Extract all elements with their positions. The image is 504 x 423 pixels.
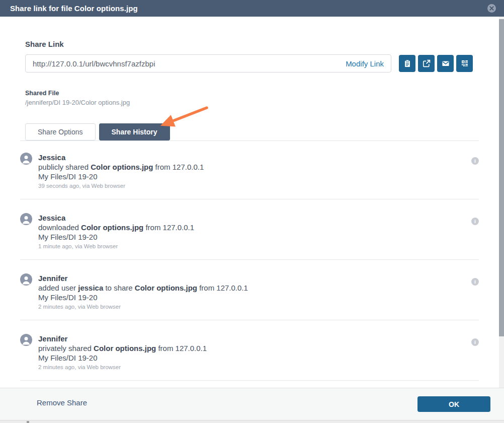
tab-bar: Share Options Share History: [25, 123, 170, 140]
open-link-button[interactable]: [418, 55, 435, 72]
share-link-row: Modify Link: [25, 54, 473, 73]
share-location: My Files/DI 19-20: [38, 293, 471, 302]
email-link-button[interactable]: [437, 55, 454, 72]
link-action-buttons: [399, 55, 473, 72]
tab-share-history[interactable]: Share History: [99, 123, 170, 140]
user-avatar-icon: [20, 213, 32, 225]
user-name: Jessica: [38, 153, 471, 162]
shared-file-label: Shared File: [25, 90, 59, 97]
action-text: privately shared Color options.jpg from …: [38, 343, 471, 353]
user-avatar-icon: [20, 334, 32, 346]
shared-file-path: /jenniferp/DI 19-20/Color options.jpg: [25, 99, 130, 106]
info-icon[interactable]: [471, 218, 479, 225]
user-name: Jennifer: [38, 334, 471, 343]
share-history-list: Jessica publicly shared Color options.jp…: [20, 153, 479, 394]
share-link-field-wrap: Modify Link: [25, 54, 391, 73]
scrollbar-thumb[interactable]: [499, 19, 504, 336]
tab-divider: [20, 140, 479, 141]
share-link-input[interactable]: [33, 59, 340, 68]
action-text: publicly shared Color options.jpg from 1…: [38, 162, 471, 172]
action-text: added user jessica to share Color option…: [38, 283, 471, 293]
dialog-footer: Remove Share OK: [0, 388, 504, 420]
external-link-icon: [423, 59, 431, 67]
history-item: Jessica downloaded Color options.jpg fro…: [20, 213, 479, 260]
share-location: My Files/DI 19-20: [38, 172, 471, 181]
history-item: Jessica publicly shared Color options.jp…: [20, 153, 479, 199]
tab-share-options[interactable]: Share Options: [25, 123, 96, 140]
action-text: downloaded Color options.jpg from 127.0.…: [38, 223, 471, 232]
qr-code-button[interactable]: [456, 55, 473, 72]
share-location: My Files/DI 19-20: [38, 232, 471, 242]
history-item-text: Jessica downloaded Color options.jpg fro…: [38, 213, 471, 250]
user-avatar-icon: [20, 153, 32, 165]
remove-share-button[interactable]: Remove Share: [37, 398, 87, 407]
modify-link-button[interactable]: Modify Link: [340, 59, 384, 68]
horizontal-scroll-notch: [27, 421, 29, 423]
envelope-icon: [442, 59, 450, 67]
history-item-text: Jennifer privately shared Color options.…: [38, 334, 471, 371]
user-avatar-icon: [20, 273, 32, 286]
history-item: Jennifer privately shared Color options.…: [20, 334, 479, 381]
copy-link-button[interactable]: [399, 55, 415, 72]
history-item-text: Jennifer added user jessica to share Col…: [38, 273, 471, 311]
share-meta: 2 minutes ago, via Web browser: [38, 364, 471, 371]
page-bottom-edge: [0, 420, 504, 423]
user-name: Jennifer: [38, 273, 471, 283]
history-item-text: Jessica publicly shared Color options.jp…: [38, 153, 471, 190]
qr-code-icon: [461, 59, 469, 67]
share-link-label: Share Link: [25, 40, 64, 48]
share-meta: 1 minute ago, via Web browser: [38, 243, 471, 250]
info-icon[interactable]: [471, 338, 479, 346]
close-icon[interactable]: [487, 4, 496, 13]
info-icon[interactable]: [471, 157, 479, 165]
ok-button[interactable]: OK: [417, 396, 490, 412]
history-item: Jennifer added user jessica to share Col…: [20, 273, 479, 320]
info-icon[interactable]: [471, 278, 479, 286]
share-link-dialog: Share link for file Color options.jpg Sh…: [0, 0, 504, 423]
share-meta: 2 minutes ago, via Web browser: [38, 303, 471, 311]
user-name: Jessica: [38, 213, 471, 223]
dialog-header: Share link for file Color options.jpg: [0, 0, 504, 17]
share-meta: 39 seconds ago, via Web browser: [38, 182, 471, 190]
vertical-scrollbar[interactable]: [499, 17, 504, 388]
dialog-title: Share link for file Color options.jpg: [10, 4, 138, 13]
clipboard-icon: [403, 59, 411, 67]
share-location: My Files/DI 19-20: [38, 353, 471, 363]
